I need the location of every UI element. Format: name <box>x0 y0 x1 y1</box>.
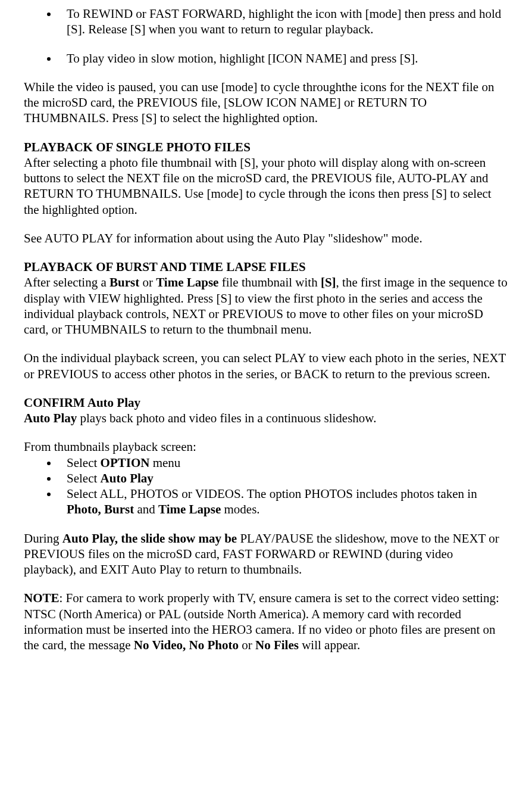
bullet-slow-motion: To play video in slow motion, highlight … <box>58 51 508 66</box>
paragraph-autoplay-desc: Auto Play plays back photo and video fil… <box>24 410 508 426</box>
step-select-all-photos-videos: Select ALL, PHOTOS or VIDEOS. The option… <box>58 486 508 518</box>
top-bullets: To REWIND or FAST FORWARD, highlight the… <box>24 6 508 66</box>
paragraph-see-autoplay: See AUTO PLAY for information about usin… <box>24 230 508 246</box>
heading-burst-timelapse: PLAYBACK OF BURST AND TIME LAPSE FILES <box>24 259 508 275</box>
heading-single-photo: PLAYBACK OF SINGLE PHOTO FILES <box>24 139 508 155</box>
heading-confirm-autoplay: CONFIRM Auto Play <box>24 395 508 410</box>
autoplay-steps: Select OPTION menu Select Auto Play Sele… <box>24 455 508 518</box>
paragraph-note: NOTE: For camera to work properly with T… <box>24 590 508 653</box>
bullet-rewind-ff: To REWIND or FAST FORWARD, highlight the… <box>58 6 508 38</box>
paragraph-burst: After selecting a Burst or Time Lapse fi… <box>24 275 508 337</box>
paragraph-during-autoplay: During Auto Play, the slide show may be … <box>24 531 508 578</box>
step-select-option: Select OPTION menu <box>58 455 508 471</box>
paragraph-single-photo: After selecting a photo file thumbnail w… <box>24 155 508 217</box>
paragraph-from-thumbnails: From thumbnails playback screen: <box>24 439 508 454</box>
paragraph-paused: While the video is paused, you can use [… <box>24 79 508 126</box>
step-select-autoplay: Select Auto Play <box>58 471 508 486</box>
paragraph-individual-playback: On the individual playback screen, you c… <box>24 350 508 382</box>
